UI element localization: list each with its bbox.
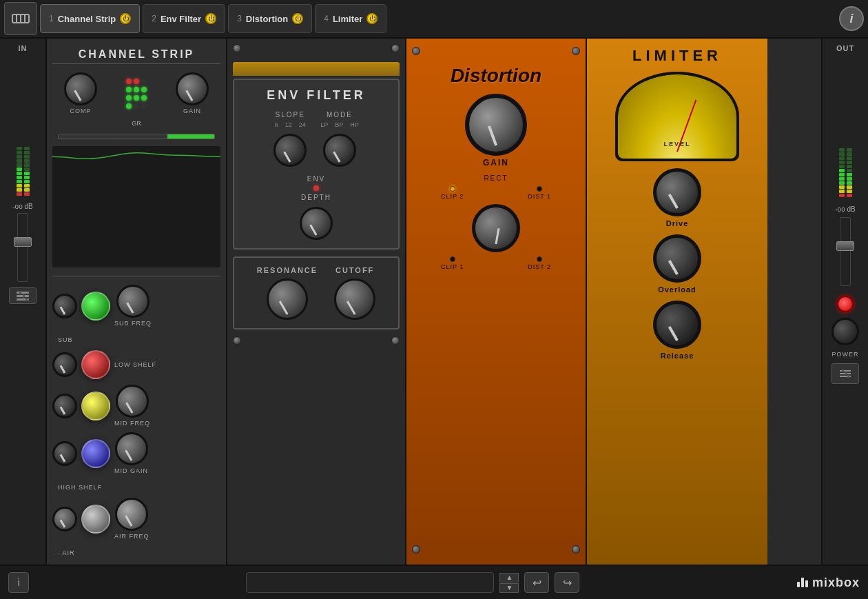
logo-text: mixbox [812, 576, 860, 590]
led-red-1 [126, 79, 132, 84]
high-shelf-label: HIGH SHELF [58, 484, 102, 491]
forward-button[interactable]: ↪ [555, 572, 579, 593]
segment [24, 155, 30, 159]
dist2-dot[interactable] [537, 256, 542, 262]
tab2-power[interactable]: ⏻ [205, 13, 216, 24]
arrow-up[interactable]: ▲ [499, 573, 519, 582]
segment [847, 181, 852, 185]
mode-label: MODE [327, 111, 353, 119]
clip1-dot[interactable] [450, 256, 455, 262]
tab1-power[interactable]: ⏻ [120, 13, 131, 24]
arrow-down[interactable]: ▼ [499, 583, 519, 593]
gain-knob[interactable] [176, 72, 209, 105]
tab-distortion[interactable]: 3 Distortion ⏻ [228, 4, 312, 33]
res-cut-row: RESONANCE CUTOFF [242, 266, 390, 320]
sub-knob[interactable] [52, 294, 77, 318]
in-label: IN [19, 44, 28, 52]
slope-knob[interactable] [273, 134, 307, 167]
gr-bar [58, 134, 215, 139]
env-inner-box: ENV FILTER SLOPE 6 12 24 MODE [233, 79, 400, 250]
env-label: ENV [307, 175, 326, 183]
mid-freq-sub-knob[interactable] [52, 394, 77, 418]
gr-label: GR [52, 120, 220, 127]
right-side: OUT [821, 39, 868, 565]
comp-leds-3 [126, 95, 147, 101]
air-ball [81, 505, 110, 534]
left-fader-thumb[interactable] [14, 237, 32, 247]
logo-bar-1 [797, 582, 800, 587]
mid-freq-knob[interactable] [116, 385, 149, 418]
left-side-button[interactable] [9, 287, 37, 304]
clip2-dot[interactable] [450, 186, 455, 192]
dist1-label: DIST 1 [528, 193, 551, 200]
mid-gain-knob[interactable] [115, 432, 148, 465]
sub-row: SUB FREQ [52, 285, 220, 327]
dist-mode-knob[interactable] [472, 204, 520, 252]
info-button[interactable]: i [839, 6, 864, 31]
tab4-power[interactable]: ⏻ [366, 13, 378, 24]
segment [839, 194, 845, 197]
right-meter-col-2 [847, 148, 852, 197]
right-fader[interactable] [840, 217, 851, 286]
sub-ball [81, 292, 110, 321]
in-db-label: -oo dB [12, 203, 32, 210]
bottom-info-button[interactable]: i [8, 572, 29, 593]
logo-bar-2 [801, 578, 804, 587]
left-fader[interactable] [17, 213, 28, 282]
svg-rect-7 [19, 291, 21, 294]
resonance-knob[interactable] [267, 278, 308, 320]
led-green-7 [126, 103, 132, 109]
tab3-power[interactable]: ⏻ [292, 13, 303, 24]
segment [17, 147, 22, 150]
mid-freq-label: MID FREQ [114, 420, 150, 427]
overload-knob[interactable] [653, 234, 701, 283]
drive-row: Drive [592, 168, 762, 227]
clip2-label: CLIP 2 [441, 193, 464, 200]
eq-curve [52, 146, 220, 267]
sub-freq-knob[interactable] [116, 285, 149, 318]
depth-knob[interactable] [300, 207, 333, 240]
right-fader-thumb[interactable] [836, 241, 854, 251]
dist-gain-knob[interactable] [465, 94, 527, 156]
tab-channel-strip[interactable]: 1 Channel Strip ⏻ [40, 4, 140, 33]
tab1-num: 1 [49, 14, 54, 23]
low-shelf-knob[interactable] [52, 352, 77, 377]
distortion-panel: Distortion GAIN RECT CLIP 2 DIST 1 [406, 39, 587, 565]
bottom-center: ▲ ▼ ↩ ↪ [34, 572, 792, 593]
comp-knob[interactable] [64, 72, 97, 105]
segment [24, 184, 30, 187]
segment [839, 173, 845, 176]
dist1-dot[interactable] [537, 186, 542, 192]
logo-button[interactable] [4, 2, 37, 35]
mode-knob[interactable] [323, 134, 356, 167]
mixer-button[interactable] [831, 363, 859, 384]
segment [847, 152, 852, 156]
env-filter-title: ENV FILTER [242, 88, 390, 103]
release-knob[interactable] [653, 301, 701, 349]
power-knob[interactable] [831, 318, 859, 345]
slope-sub-labels: 6 12 24 [275, 121, 306, 128]
back-button[interactable]: ↩ [524, 572, 549, 593]
segment [847, 194, 852, 197]
segment [839, 165, 845, 168]
bottom-search-input[interactable] [246, 572, 494, 593]
gain-group: GAIN [176, 72, 209, 114]
low-shelf-label: LOW SHELF [114, 361, 156, 368]
drive-knob[interactable] [653, 168, 701, 216]
segment [839, 177, 845, 181]
dist-screw-tl [412, 47, 420, 55]
tab-env-filter[interactable]: 2 Env Filter ⏻ [143, 4, 225, 33]
overload-row: Overload [592, 234, 762, 294]
screw-br [391, 336, 400, 345]
air-freq-knob[interactable] [115, 498, 148, 531]
air-sub-knob[interactable] [52, 507, 77, 531]
cutoff-knob[interactable] [334, 278, 375, 320]
bottom-bar: i ▲ ▼ ↩ ↪ mixbox [0, 565, 868, 599]
high-shelf-knob[interactable] [52, 441, 77, 466]
led-off-2 [134, 103, 139, 109]
low-shelf-ball [81, 350, 110, 379]
tab-limiter[interactable]: 4 Limiter ⏻ [315, 4, 386, 33]
dist-screw-bl [412, 545, 420, 554]
svg-rect-9 [25, 298, 28, 301]
out-db-label: -oo dB [835, 205, 855, 213]
